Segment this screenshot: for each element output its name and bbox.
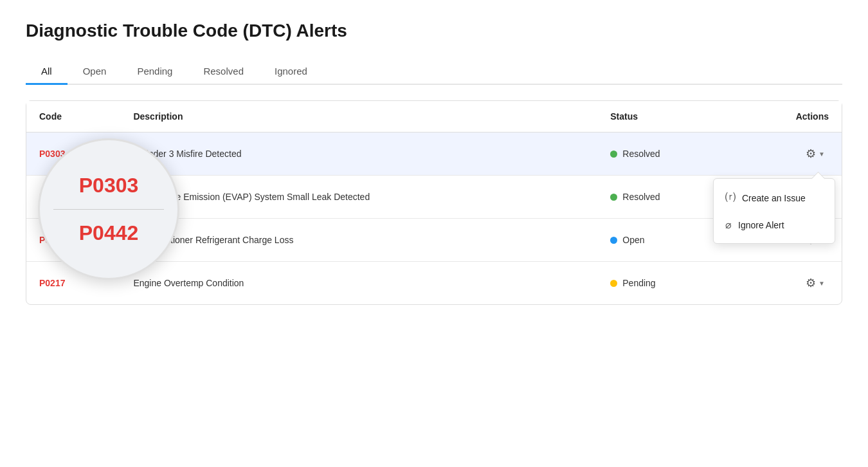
tabs-bar: All Open Pending Resolved Ignored bbox=[26, 59, 842, 85]
ignore-alert-icon: ⌀ bbox=[725, 219, 732, 231]
tab-resolved[interactable]: Resolved bbox=[188, 59, 259, 85]
row-2-status-dot bbox=[610, 194, 617, 201]
tab-ignored[interactable]: Ignored bbox=[259, 59, 323, 85]
row-3-status-label: Open bbox=[622, 235, 644, 245]
row-2-code: P0442 bbox=[26, 176, 120, 219]
tab-open[interactable]: Open bbox=[68, 59, 122, 85]
row-1-code: P0303 bbox=[26, 133, 120, 176]
tab-pending[interactable]: Pending bbox=[122, 59, 188, 85]
row-3-description: Air Conditioner Refrigerant Charge Loss bbox=[120, 219, 597, 262]
caret-icon: ▼ bbox=[818, 280, 825, 287]
row-4-status-label: Pending bbox=[622, 278, 655, 288]
row-1-status: Resolved bbox=[597, 133, 735, 176]
col-header-code: Code bbox=[26, 101, 120, 133]
row-4-status-dot bbox=[610, 280, 617, 287]
dropdown-item-create-issue[interactable]: ⒭ Create an Issue bbox=[714, 184, 835, 212]
dropdown-item-ignore-alert[interactable]: ⌀ Ignore Alert bbox=[714, 212, 835, 238]
row-2-description: Evaporative Emission (EVAP) System Small… bbox=[120, 176, 597, 219]
ignore-alert-label: Ignore Alert bbox=[738, 220, 784, 230]
table-row: P0217 Engine Overtemp Condition Pending … bbox=[26, 262, 842, 305]
row-4-status: Pending bbox=[597, 262, 735, 305]
row-1-description: Cylinder 3 Misfire Detected bbox=[120, 133, 597, 176]
page-title: Diagnostic Trouble Code (DTC) Alerts bbox=[26, 21, 842, 41]
row-4-description: Engine Overtemp Condition bbox=[120, 262, 597, 305]
table-row: P0303 Cylinder 3 Misfire Detected Resolv… bbox=[26, 133, 842, 176]
col-header-actions: Actions bbox=[735, 101, 842, 133]
row-4-actions-button[interactable]: ⚙ ▼ bbox=[802, 273, 829, 293]
table-header-row: Code Description Status Actions bbox=[26, 101, 842, 133]
row-3-status-dot bbox=[610, 237, 617, 244]
row-1-actions-button[interactable]: ⚙ ▼ bbox=[802, 144, 829, 163]
row-1-status-label: Resolved bbox=[622, 149, 660, 159]
create-issue-label: Create an Issue bbox=[742, 193, 806, 203]
col-header-description: Description bbox=[120, 101, 597, 133]
row-3-code: P0534 bbox=[26, 219, 120, 262]
col-header-status: Status bbox=[597, 101, 735, 133]
alerts-table-container: P0303 P0442 ⒭ Create an Issue ⌀ Ignore A… bbox=[26, 100, 842, 305]
gear-icon: ⚙ bbox=[806, 276, 816, 290]
caret-icon: ▼ bbox=[818, 151, 825, 158]
actions-dropdown: ⒭ Create an Issue ⌀ Ignore Alert bbox=[713, 178, 835, 244]
row-4-actions: ⚙ ▼ bbox=[735, 262, 842, 305]
row-1-actions: ⚙ ▼ bbox=[735, 133, 842, 176]
row-2-status-label: Resolved bbox=[622, 192, 660, 202]
tab-all[interactable]: All bbox=[26, 59, 68, 85]
gear-icon: ⚙ bbox=[806, 147, 816, 161]
row-1-status-dot bbox=[610, 151, 617, 158]
create-issue-icon: ⒭ bbox=[725, 191, 736, 205]
row-4-code: P0217 bbox=[26, 262, 120, 305]
